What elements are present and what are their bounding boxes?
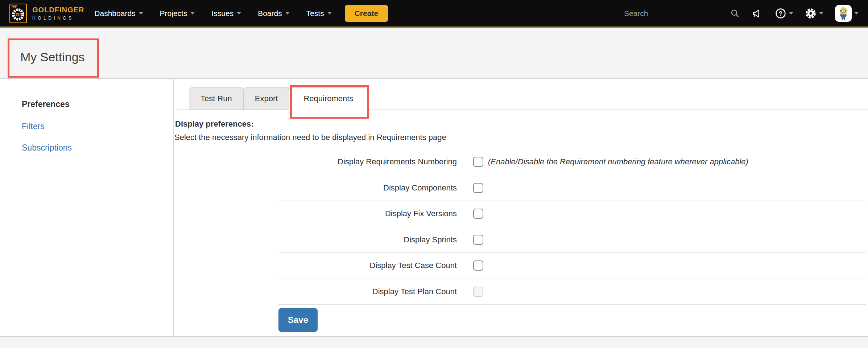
settings-sidebar: Preferences FiltersSubscriptions: [0, 79, 174, 336]
row-label: Display Test Case Count: [278, 261, 457, 270]
minion-avatar-icon: [836, 5, 851, 21]
settings-menu-button[interactable]: [805, 8, 823, 19]
chevron-down-icon: [854, 12, 859, 15]
settings-row: Display Sprints: [278, 227, 866, 253]
logo-ring-icon: Gf: [11, 7, 25, 22]
logo-monogram: Gf: [16, 12, 21, 17]
search-icon[interactable]: [730, 8, 740, 19]
svg-text:?: ?: [779, 10, 782, 16]
settings-row: Display Components: [278, 175, 866, 201]
brand-subtitle: HOLDINGS: [32, 16, 84, 21]
logo-element-code: 79F: [11, 5, 17, 8]
user-profile-button[interactable]: [835, 5, 859, 22]
settings-row: Display Test Plan Count: [278, 279, 866, 305]
row-label: Display Fix Versions: [278, 209, 457, 218]
nav-menu-boards[interactable]: Boards: [258, 9, 290, 18]
app-logo[interactable]: 79F Gf GOLDFINGER HOLDINGS: [9, 4, 84, 23]
row-note: (Enable/Disable the Requirement numberin…: [488, 157, 748, 167]
settings-row: Display Requirements Numbering (Enable/D…: [278, 149, 866, 175]
nav-menus: Dashboards Projects Issues Boards Tests: [94, 9, 331, 18]
row-label: Display Components: [278, 183, 457, 193]
checkbox-display-components[interactable]: [473, 183, 483, 193]
nav-menu-label: Issues: [211, 9, 233, 18]
chevron-down-icon: [285, 12, 290, 15]
my-settings-page: 79F Gf GOLDFINGER HOLDINGS Dashboards Pr…: [0, 0, 868, 349]
nav-menu-label: Tests: [306, 9, 324, 18]
chevron-down-icon: [327, 12, 332, 15]
display-preferences-table: Display Requirements Numbering (Enable/D…: [278, 149, 866, 305]
row-label: Display Test Plan Count: [278, 287, 457, 296]
tab-requirements[interactable]: Requirements: [289, 87, 368, 110]
checkbox-display-test-plan-count: [473, 287, 483, 297]
page-footer: [0, 336, 868, 348]
chevron-down-icon: [789, 12, 793, 15]
announcements-button[interactable]: [752, 8, 763, 19]
settings-row: Display Test Case Count: [278, 253, 866, 279]
brand-name: GOLDFINGER: [32, 6, 84, 14]
settings-row: Display Fix Versions: [278, 201, 866, 227]
help-menu-button[interactable]: ?: [775, 8, 793, 19]
row-label: Display Sprints: [278, 235, 457, 245]
checkbox-display-requirements-numbering[interactable]: [473, 157, 483, 167]
search-placeholder: Search: [624, 9, 730, 18]
create-button[interactable]: Create: [345, 5, 388, 22]
nav-menu-tests[interactable]: Tests: [306, 9, 332, 18]
nav-menu-label: Projects: [160, 9, 187, 18]
sidebar-heading-preferences: Preferences: [22, 99, 173, 109]
chevron-down-icon: [237, 12, 241, 15]
help-icon: ?: [775, 8, 786, 19]
tab-export[interactable]: Export: [243, 87, 290, 110]
save-button[interactable]: Save: [278, 308, 318, 332]
section-description: Select the necessary information need to…: [174, 133, 868, 142]
page-header: My Settings: [0, 28, 868, 79]
gear-icon: [805, 8, 817, 19]
nav-menu-label: Boards: [258, 9, 282, 18]
tab-bar: Test RunExportRequirements: [174, 79, 868, 110]
chevron-down-icon: [139, 12, 143, 15]
nav-menu-projects[interactable]: Projects: [160, 9, 195, 18]
checkbox-display-fix-versions[interactable]: [473, 209, 483, 219]
annotation-box-my-settings: My Settings: [8, 38, 99, 78]
avatar: [835, 5, 852, 22]
top-navigation-bar: 79F Gf GOLDFINGER HOLDINGS Dashboards Pr…: [0, 0, 868, 28]
sidebar-item-subscriptions[interactable]: Subscriptions: [22, 143, 173, 153]
chevron-down-icon: [819, 12, 823, 15]
tab-test-run[interactable]: Test Run: [189, 87, 244, 110]
nav-menu-issues[interactable]: Issues: [211, 9, 241, 18]
checkbox-display-test-case-count[interactable]: [473, 260, 483, 271]
chevron-down-icon: [190, 12, 195, 15]
search-input[interactable]: Search: [624, 8, 740, 19]
megaphone-icon: [752, 8, 763, 19]
nav-menu-label: Dashboards: [94, 9, 135, 18]
row-label: Display Requirements Numbering: [278, 157, 457, 167]
sidebar-item-filters[interactable]: Filters: [22, 122, 173, 131]
page-title: My Settings: [20, 49, 85, 65]
section-heading: Display preferences:: [175, 119, 868, 129]
nav-menu-dashboards[interactable]: Dashboards: [94, 9, 143, 18]
preferences-content: Test RunExportRequirements Display prefe…: [174, 79, 868, 336]
goldfinger-logo-icon: 79F Gf: [9, 4, 27, 23]
checkbox-display-sprints[interactable]: [473, 235, 483, 245]
